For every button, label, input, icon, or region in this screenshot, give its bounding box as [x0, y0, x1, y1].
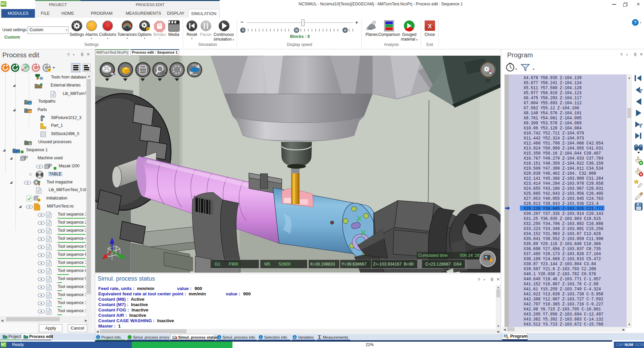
svg-text:V: V	[294, 336, 296, 339]
svg-text:X=28.198833: X=28.198833	[310, 262, 335, 267]
svg-text:Z=-103.934167: Z=-103.934167	[373, 262, 401, 267]
svg-text:M5: M5	[264, 262, 270, 267]
svg-text:00h 24' 28": 00h 24' 28"	[460, 253, 481, 258]
svg-text:TT: TT	[29, 103, 31, 105]
svg-text:Y=39.636667: Y=39.636667	[341, 262, 367, 267]
svg-text:S: S	[17, 151, 18, 153]
svg-text:S2600: S2600	[278, 262, 290, 267]
svg-text:C=23.128667: C=23.128667	[425, 262, 450, 267]
svg-text:X: X	[428, 23, 432, 30]
svg-text:G1: G1	[215, 262, 220, 267]
svg-text:G54: G54	[453, 262, 462, 267]
svg-text:F900: F900	[229, 262, 238, 267]
svg-text:B=90: B=90	[404, 262, 414, 267]
svg-text:CAD: CAD	[28, 111, 32, 113]
svg-text:N: N	[295, 28, 298, 32]
svg-text:Cumulated time: Cumulated time	[418, 253, 448, 258]
svg-text:✕: ✕	[344, 28, 346, 32]
